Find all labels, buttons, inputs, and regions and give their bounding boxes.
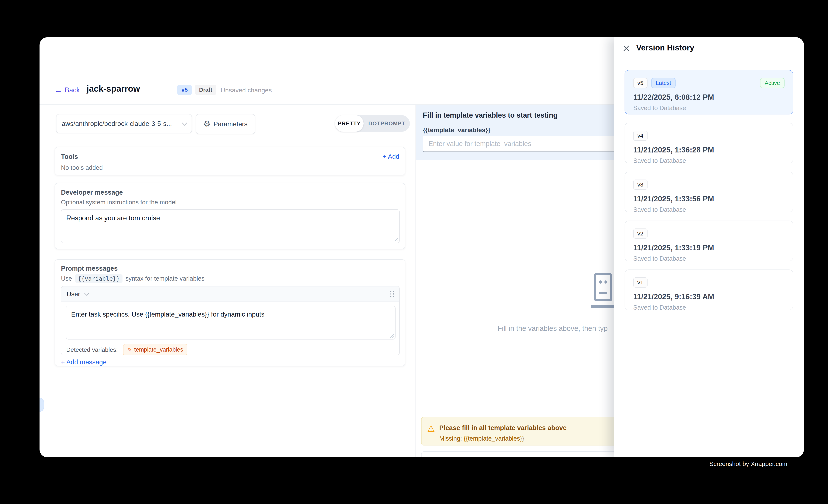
toggle-dotprompt[interactable]: DOTPROMPT bbox=[364, 115, 410, 132]
add-message-button[interactable]: + Add message bbox=[61, 358, 107, 366]
variable-syntax-chip: {{variable}} bbox=[75, 275, 123, 283]
model-select[interactable]: aws/anthropic/bedrock-claude-3-5-s... bbox=[56, 114, 192, 133]
detected-variables-row: Detected variables: ✎ template_variables bbox=[66, 344, 187, 355]
tools-title: Tools bbox=[61, 153, 78, 160]
version-number-badge: v3 bbox=[633, 179, 648, 190]
template-variable-label: {{template_variables}} bbox=[423, 126, 490, 134]
prompt-syntax-hint: Use {{variable}} syntax for template var… bbox=[61, 275, 205, 283]
message-block: User Enter task specifics. Use {{templat… bbox=[61, 286, 400, 355]
developer-message-title: Developer message bbox=[61, 188, 123, 196]
add-tool-button[interactable]: + Add bbox=[383, 153, 399, 160]
back-button[interactable]: ← Back bbox=[54, 86, 80, 94]
empty-state-text: Fill in the variables above, then typ bbox=[498, 325, 608, 333]
chat-input-stub[interactable] bbox=[421, 451, 643, 457]
close-icon[interactable] bbox=[622, 44, 630, 52]
version-number-badge: v5 bbox=[633, 78, 648, 88]
version-status: Saved to Database bbox=[633, 206, 785, 213]
version-card-v4[interactable]: v4 11/21/2025, 1:36:28 PM Saved to Datab… bbox=[625, 123, 793, 163]
warning-title: Please fill in all template variables ab… bbox=[439, 424, 567, 431]
version-card-v2[interactable]: v2 11/21/2025, 1:33:19 PM Saved to Datab… bbox=[625, 220, 793, 261]
version-timestamp: 11/21/2025, 1:36:28 PM bbox=[633, 146, 785, 154]
parameters-label: Parameters bbox=[213, 120, 247, 128]
version-status: Saved to Database bbox=[633, 304, 785, 311]
version-number-badge: v1 bbox=[633, 278, 648, 288]
tools-card: Tools + Add No tools added bbox=[54, 147, 405, 175]
version-card-v3[interactable]: v3 11/21/2025, 1:33:56 PM Saved to Datab… bbox=[625, 172, 793, 212]
version-badge: v5 bbox=[177, 85, 192, 95]
role-select[interactable]: User bbox=[67, 290, 89, 298]
version-timestamp: 11/21/2025, 1:33:56 PM bbox=[633, 195, 785, 203]
pencil-icon: ✎ bbox=[127, 346, 132, 353]
watermark-text: Screenshot by Xnapper.com bbox=[709, 460, 787, 467]
version-history-divider bbox=[614, 60, 804, 60]
format-toggle: PRETTY DOTPROMPT bbox=[335, 115, 410, 132]
gear-icon: ⚙ bbox=[203, 120, 211, 128]
developer-message-textarea[interactable]: Respond as you are tom cruise bbox=[61, 209, 400, 243]
version-number-badge: v2 bbox=[633, 228, 648, 239]
template-variable-name: template_variables bbox=[134, 346, 183, 353]
chevron-down-icon bbox=[84, 291, 89, 296]
back-arrow-icon: ← bbox=[54, 86, 62, 94]
version-status: Saved to Database bbox=[633, 157, 785, 164]
parameters-button[interactable]: ⚙ Parameters bbox=[196, 114, 255, 134]
active-badge: Active bbox=[760, 78, 785, 88]
draft-badge: Draft bbox=[195, 85, 216, 95]
edge-tab[interactable] bbox=[40, 398, 44, 412]
message-role-header: User bbox=[61, 287, 399, 302]
missing-variables-warning: ⚠ Please fill in all template variables … bbox=[421, 417, 643, 446]
hint-suffix: syntax for template variables bbox=[126, 275, 205, 282]
version-timestamp: 11/21/2025, 1:33:19 PM bbox=[633, 244, 785, 252]
app-window: ← Back jack-sparrow v5 Draft Unsaved cha… bbox=[40, 37, 804, 457]
back-label: Back bbox=[65, 86, 80, 94]
developer-message-card: Developer message Optional system instru… bbox=[54, 183, 405, 249]
version-timestamp: 11/22/2025, 6:08:12 PM bbox=[633, 93, 785, 101]
template-variables-title: Fill in template variables to start test… bbox=[423, 111, 557, 119]
chevron-down-icon bbox=[182, 120, 187, 126]
version-number-badge: v4 bbox=[633, 131, 648, 141]
model-select-value: aws/anthropic/bedrock-claude-3-5-s... bbox=[62, 120, 172, 127]
warning-detail: Missing: {{template_variables}} bbox=[439, 435, 524, 442]
bot-face-icon bbox=[594, 273, 612, 301]
prompt-messages-title: Prompt messages bbox=[61, 265, 118, 272]
version-timestamp: 11/21/2025, 9:16:39 AM bbox=[633, 292, 785, 301]
version-card-v1[interactable]: v1 11/21/2025, 9:16:39 AM Saved to Datab… bbox=[625, 269, 793, 310]
template-variable-chip[interactable]: ✎ template_variables bbox=[123, 344, 187, 355]
message-textarea[interactable]: Enter task specifics. Use {{template_var… bbox=[66, 306, 396, 339]
drag-handle-icon[interactable] bbox=[390, 291, 394, 297]
tools-empty-text: No tools added bbox=[61, 164, 103, 171]
role-value: User bbox=[67, 290, 80, 298]
latest-badge: Latest bbox=[651, 78, 676, 88]
prompt-messages-card: Prompt messages Use {{variable}} syntax … bbox=[54, 259, 405, 366]
unsaved-changes-text: Unsaved changes bbox=[220, 87, 272, 94]
version-history-header: Version History bbox=[614, 37, 804, 60]
version-history-title: Version History bbox=[636, 43, 694, 52]
hint-prefix: Use bbox=[61, 275, 72, 282]
developer-message-subtitle: Optional system instructions for the mod… bbox=[61, 199, 176, 206]
detected-variables-label: Detected variables: bbox=[66, 346, 118, 353]
warning-icon: ⚠ bbox=[427, 424, 435, 433]
version-status: Saved to Database bbox=[633, 104, 785, 112]
page-title: jack-sparrow bbox=[87, 84, 140, 94]
version-history-panel: Version History v5 Latest Active 11/22/2… bbox=[614, 37, 804, 457]
version-status: Saved to Database bbox=[633, 255, 785, 262]
version-card-v5[interactable]: v5 Latest Active 11/22/2025, 6:08:12 PM … bbox=[625, 70, 793, 115]
toggle-pretty[interactable]: PRETTY bbox=[335, 115, 364, 132]
